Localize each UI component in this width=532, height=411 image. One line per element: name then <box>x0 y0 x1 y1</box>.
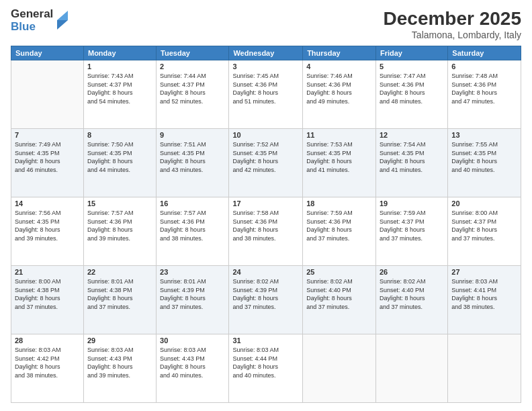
col-wednesday: Wednesday <box>229 46 303 60</box>
table-row: 29Sunrise: 8:03 AM Sunset: 4:43 PM Dayli… <box>83 334 156 403</box>
table-row: 2Sunrise: 7:44 AM Sunset: 4:37 PM Daylig… <box>157 60 229 129</box>
day-number: 14 <box>15 199 80 208</box>
table-row: 5Sunrise: 7:47 AM Sunset: 4:36 PM Daylig… <box>375 60 447 129</box>
header: General Blue December 2025 Talamona, Lom… <box>11 8 521 40</box>
day-number: 1 <box>87 62 152 71</box>
day-number: 2 <box>160 62 225 71</box>
table-row: 19Sunrise: 7:59 AM Sunset: 4:37 PM Dayli… <box>375 197 447 266</box>
table-row: 31Sunrise: 8:03 AM Sunset: 4:44 PM Dayli… <box>229 334 303 403</box>
day-info: Sunrise: 7:54 AM Sunset: 4:35 PM Dayligh… <box>380 140 444 174</box>
table-row: 24Sunrise: 8:02 AM Sunset: 4:39 PM Dayli… <box>229 266 303 334</box>
day-number: 9 <box>160 131 225 139</box>
logo: General Blue <box>11 8 68 33</box>
day-info: Sunrise: 8:02 AM Sunset: 4:40 PM Dayligh… <box>380 277 444 311</box>
day-info: Sunrise: 7:45 AM Sunset: 4:36 PM Dayligh… <box>232 72 299 105</box>
table-row: 17Sunrise: 7:58 AM Sunset: 4:36 PM Dayli… <box>229 197 303 266</box>
day-number: 31 <box>232 336 299 345</box>
calendar-header-row: Sunday Monday Tuesday Wednesday Thursday… <box>11 46 521 60</box>
calendar-week-row: 21Sunrise: 8:00 AM Sunset: 4:38 PM Dayli… <box>11 266 521 334</box>
day-number: 4 <box>306 62 372 71</box>
day-number: 11 <box>306 131 372 139</box>
day-info: Sunrise: 7:57 AM Sunset: 4:36 PM Dayligh… <box>160 209 225 242</box>
day-number: 24 <box>232 268 299 276</box>
table-row <box>448 334 521 403</box>
col-monday: Monday <box>83 46 156 60</box>
day-info: Sunrise: 7:48 AM Sunset: 4:36 PM Dayligh… <box>451 72 517 105</box>
day-number: 20 <box>451 199 517 208</box>
table-row: 16Sunrise: 7:57 AM Sunset: 4:36 PM Dayli… <box>157 197 229 266</box>
day-number: 5 <box>380 62 444 71</box>
calendar-week-row: 14Sunrise: 7:56 AM Sunset: 4:35 PM Dayli… <box>11 197 521 266</box>
day-number: 22 <box>87 268 152 276</box>
day-info: Sunrise: 7:56 AM Sunset: 4:35 PM Dayligh… <box>15 209 80 242</box>
table-row: 11Sunrise: 7:53 AM Sunset: 4:35 PM Dayli… <box>303 129 376 197</box>
table-row: 15Sunrise: 7:57 AM Sunset: 4:36 PM Dayli… <box>83 197 156 266</box>
day-info: Sunrise: 7:51 AM Sunset: 4:35 PM Dayligh… <box>160 140 225 174</box>
col-saturday: Saturday <box>448 46 521 60</box>
calendar-week-row: 1Sunrise: 7:43 AM Sunset: 4:37 PM Daylig… <box>11 60 521 129</box>
table-row: 21Sunrise: 8:00 AM Sunset: 4:38 PM Dayli… <box>11 266 84 334</box>
table-row: 22Sunrise: 8:01 AM Sunset: 4:38 PM Dayli… <box>83 266 156 334</box>
day-number: 13 <box>451 131 517 139</box>
page: General Blue December 2025 Talamona, Lom… <box>0 0 532 411</box>
day-number: 23 <box>160 268 225 276</box>
table-row: 14Sunrise: 7:56 AM Sunset: 4:35 PM Dayli… <box>11 197 84 266</box>
col-friday: Friday <box>375 46 447 60</box>
logo-text: General Blue <box>11 8 53 33</box>
day-info: Sunrise: 7:59 AM Sunset: 4:36 PM Dayligh… <box>306 209 372 242</box>
day-number: 10 <box>232 131 299 139</box>
day-info: Sunrise: 8:01 AM Sunset: 4:39 PM Dayligh… <box>160 277 225 311</box>
day-number: 19 <box>380 199 444 208</box>
table-row: 7Sunrise: 7:49 AM Sunset: 4:35 PM Daylig… <box>11 129 84 197</box>
day-number: 8 <box>87 131 152 139</box>
day-info: Sunrise: 8:01 AM Sunset: 4:38 PM Dayligh… <box>87 277 152 311</box>
col-thursday: Thursday <box>303 46 376 60</box>
day-number: 27 <box>451 268 517 276</box>
table-row: 1Sunrise: 7:43 AM Sunset: 4:37 PM Daylig… <box>83 60 156 129</box>
col-sunday: Sunday <box>11 46 84 60</box>
calendar-week-row: 7Sunrise: 7:49 AM Sunset: 4:35 PM Daylig… <box>11 129 521 197</box>
table-row: 3Sunrise: 7:45 AM Sunset: 4:36 PM Daylig… <box>229 60 303 129</box>
calendar-table: Sunday Monday Tuesday Wednesday Thursday… <box>11 46 521 403</box>
table-row <box>303 334 376 403</box>
svg-marker-1 <box>57 11 68 20</box>
table-row: 20Sunrise: 8:00 AM Sunset: 4:37 PM Dayli… <box>448 197 521 266</box>
table-row: 30Sunrise: 8:03 AM Sunset: 4:43 PM Dayli… <box>157 334 229 403</box>
logo-general: General <box>11 8 53 21</box>
table-row: 10Sunrise: 7:52 AM Sunset: 4:35 PM Dayli… <box>229 129 303 197</box>
table-row: 25Sunrise: 8:02 AM Sunset: 4:40 PM Dayli… <box>303 266 376 334</box>
table-row: 28Sunrise: 8:03 AM Sunset: 4:42 PM Dayli… <box>11 334 84 403</box>
day-info: Sunrise: 7:57 AM Sunset: 4:36 PM Dayligh… <box>87 209 152 242</box>
table-row: 13Sunrise: 7:55 AM Sunset: 4:35 PM Dayli… <box>448 129 521 197</box>
day-number: 18 <box>306 199 372 208</box>
day-number: 16 <box>160 199 225 208</box>
day-info: Sunrise: 7:52 AM Sunset: 4:35 PM Dayligh… <box>232 140 299 174</box>
day-info: Sunrise: 8:00 AM Sunset: 4:38 PM Dayligh… <box>15 277 80 311</box>
table-row: 8Sunrise: 7:50 AM Sunset: 4:35 PM Daylig… <box>83 129 156 197</box>
svg-marker-0 <box>57 20 68 30</box>
month-title: December 2025 <box>384 8 521 30</box>
day-number: 28 <box>15 336 80 345</box>
day-number: 17 <box>232 199 299 208</box>
day-info: Sunrise: 7:46 AM Sunset: 4:36 PM Dayligh… <box>306 72 372 105</box>
day-info: Sunrise: 7:44 AM Sunset: 4:37 PM Dayligh… <box>160 72 225 105</box>
day-info: Sunrise: 7:50 AM Sunset: 4:35 PM Dayligh… <box>87 140 152 174</box>
day-number: 21 <box>15 268 80 276</box>
day-info: Sunrise: 7:47 AM Sunset: 4:36 PM Dayligh… <box>380 72 444 105</box>
day-info: Sunrise: 7:53 AM Sunset: 4:35 PM Dayligh… <box>306 140 372 174</box>
logo-blue: Blue <box>11 21 53 34</box>
day-number: 29 <box>87 336 152 345</box>
day-number: 15 <box>87 199 152 208</box>
day-info: Sunrise: 8:03 AM Sunset: 4:42 PM Dayligh… <box>15 346 80 379</box>
day-number: 3 <box>232 62 299 71</box>
table-row: 23Sunrise: 8:01 AM Sunset: 4:39 PM Dayli… <box>157 266 229 334</box>
table-row: 6Sunrise: 7:48 AM Sunset: 4:36 PM Daylig… <box>448 60 521 129</box>
day-info: Sunrise: 7:59 AM Sunset: 4:37 PM Dayligh… <box>380 209 444 242</box>
location: Talamona, Lombardy, Italy <box>384 30 521 40</box>
day-info: Sunrise: 8:03 AM Sunset: 4:43 PM Dayligh… <box>160 346 225 379</box>
calendar-week-row: 28Sunrise: 8:03 AM Sunset: 4:42 PM Dayli… <box>11 334 521 403</box>
day-info: Sunrise: 8:00 AM Sunset: 4:37 PM Dayligh… <box>451 209 517 242</box>
title-block: December 2025 Talamona, Lombardy, Italy <box>384 8 521 40</box>
table-row: 9Sunrise: 7:51 AM Sunset: 4:35 PM Daylig… <box>157 129 229 197</box>
day-info: Sunrise: 7:55 AM Sunset: 4:35 PM Dayligh… <box>451 140 517 174</box>
